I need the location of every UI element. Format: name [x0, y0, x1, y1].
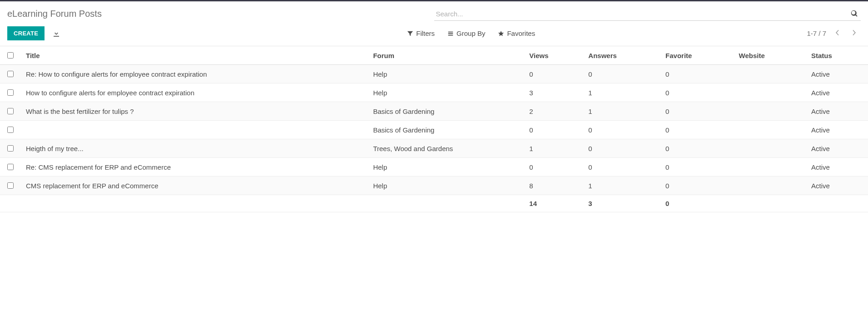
col-forum[interactable]: Forum: [367, 46, 524, 65]
pager-prev[interactable]: [831, 27, 843, 39]
col-title[interactable]: Title: [20, 46, 367, 65]
list-icon: [447, 30, 454, 37]
cell-website: [734, 121, 806, 139]
row-checkbox[interactable]: [7, 108, 14, 114]
table-row[interactable]: Re: How to configure alerts for employee…: [0, 65, 868, 83]
cell-website: [734, 158, 806, 176]
total-answers: 3: [583, 195, 660, 212]
cell-forum: Help: [367, 158, 524, 176]
funnel-icon: [407, 30, 413, 37]
groupby-button[interactable]: Group By: [447, 29, 485, 37]
cell-forum: Help: [367, 83, 524, 102]
cell-website: [734, 83, 806, 102]
cell-title: [20, 121, 367, 139]
row-checkbox[interactable]: [7, 182, 14, 189]
cell-forum: Help: [367, 176, 524, 195]
row-checkbox[interactable]: [7, 71, 14, 77]
cell-views: 2: [524, 102, 583, 121]
cell-website: [734, 65, 806, 83]
filters-button[interactable]: Filters: [407, 29, 435, 37]
cell-views: 3: [524, 83, 583, 102]
cell-favorite: 0: [660, 121, 734, 139]
cell-favorite: 0: [660, 139, 734, 158]
groupby-label: Group By: [456, 29, 485, 37]
cell-title: Re: CMS replacement for ERP and eCommerc…: [20, 158, 367, 176]
row-checkbox[interactable]: [7, 89, 14, 96]
col-website[interactable]: Website: [734, 46, 806, 65]
cell-status: Active: [806, 176, 868, 195]
cell-answers: 0: [583, 158, 660, 176]
table-row[interactable]: Heigth of my tree...Trees, Wood and Gard…: [0, 139, 868, 158]
cell-forum: Basics of Gardening: [367, 102, 524, 121]
search-bar[interactable]: [434, 7, 861, 21]
star-icon: [498, 30, 504, 37]
row-checkbox[interactable]: [7, 127, 14, 133]
table-row[interactable]: How to configure alerts for employee con…: [0, 83, 868, 102]
cell-title: CMS replacement for ERP and eCommerce: [20, 176, 367, 195]
chevron-left-icon: [833, 30, 841, 38]
posts-table: Title Forum Views Answers Favorite Websi…: [0, 46, 868, 212]
cell-forum: Basics of Gardening: [367, 121, 524, 139]
row-checkbox[interactable]: [7, 145, 14, 152]
cell-title: How to configure alerts for employee con…: [20, 83, 367, 102]
favorites-button[interactable]: Favorites: [498, 29, 535, 37]
cell-forum: Trees, Wood and Gardens: [367, 139, 524, 158]
pager-next[interactable]: [848, 27, 861, 39]
cell-status: Active: [806, 121, 868, 139]
cell-status: Active: [806, 158, 868, 176]
cell-title: Re: How to configure alerts for employee…: [20, 65, 367, 83]
cell-favorite: 0: [660, 83, 734, 102]
cell-answers: 1: [583, 176, 660, 195]
col-views[interactable]: Views: [524, 46, 583, 65]
total-views: 14: [524, 195, 583, 212]
col-status[interactable]: Status: [806, 46, 868, 65]
download-icon[interactable]: [51, 28, 62, 39]
cell-website: [734, 139, 806, 158]
create-button[interactable]: CREATE: [7, 26, 45, 40]
cell-answers: 1: [583, 83, 660, 102]
table-row[interactable]: Basics of Gardening000Active: [0, 121, 868, 139]
select-all-checkbox[interactable]: [7, 52, 14, 59]
cell-forum: Help: [367, 65, 524, 83]
cell-views: 8: [524, 176, 583, 195]
cell-website: [734, 102, 806, 121]
filters-label: Filters: [416, 29, 435, 37]
cell-website: [734, 176, 806, 195]
cell-status: Active: [806, 139, 868, 158]
cell-views: 0: [524, 121, 583, 139]
cell-favorite: 0: [660, 65, 734, 83]
cell-favorite: 0: [660, 102, 734, 121]
cell-favorite: 0: [660, 176, 734, 195]
search-input[interactable]: [434, 7, 848, 20]
chevron-right-icon: [851, 30, 858, 38]
cell-answers: 1: [583, 102, 660, 121]
cell-favorite: 0: [660, 158, 734, 176]
col-answers[interactable]: Answers: [583, 46, 660, 65]
cell-views: 0: [524, 65, 583, 83]
table-row[interactable]: Re: CMS replacement for ERP and eCommerc…: [0, 158, 868, 176]
cell-status: Active: [806, 65, 868, 83]
table-row[interactable]: What is the best fertilizer for tulips ?…: [0, 102, 868, 121]
cell-status: Active: [806, 102, 868, 121]
cell-answers: 0: [583, 65, 660, 83]
table-row[interactable]: CMS replacement for ERP and eCommerceHel…: [0, 176, 868, 195]
cell-answers: 0: [583, 121, 660, 139]
cell-title: What is the best fertilizer for tulips ?: [20, 102, 367, 121]
cell-views: 0: [524, 158, 583, 176]
col-favorite[interactable]: Favorite: [660, 46, 734, 65]
breadcrumb: eLearning Forum Posts: [7, 6, 434, 22]
cell-status: Active: [806, 83, 868, 102]
favorites-label: Favorites: [507, 29, 535, 37]
cell-title: Heigth of my tree...: [20, 139, 367, 158]
cell-views: 1: [524, 139, 583, 158]
row-checkbox[interactable]: [7, 164, 14, 170]
total-favorite: 0: [660, 195, 734, 212]
cell-answers: 0: [583, 139, 660, 158]
search-icon[interactable]: [848, 8, 861, 19]
pager-text: 1-7 / 7: [807, 29, 826, 37]
